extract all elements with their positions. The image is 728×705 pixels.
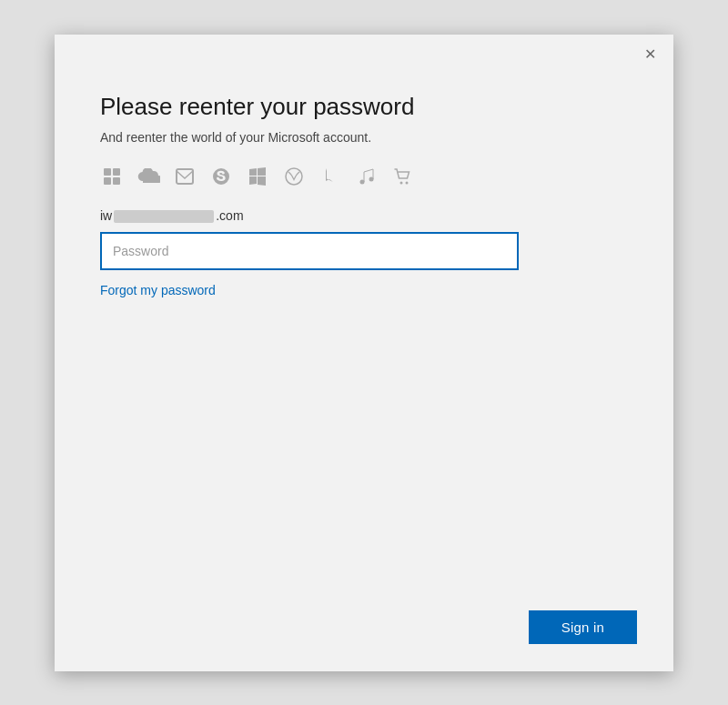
windows-icon	[246, 165, 269, 188]
forgot-password-link[interactable]: Forgot my password	[100, 283, 628, 297]
content-area: Please reenter your password And reenter…	[55, 75, 673, 592]
svg-rect-2	[104, 177, 111, 185]
svg-rect-0	[104, 168, 111, 176]
skype-icon	[209, 165, 233, 188]
close-button[interactable]: ✕	[637, 42, 662, 67]
title-bar: ✕	[55, 35, 673, 75]
subtitle-text: And reenter the world of your Microsoft …	[100, 130, 628, 145]
svg-marker-8	[258, 176, 266, 186]
bing-icon	[318, 165, 342, 188]
svg-marker-7	[249, 176, 257, 185]
xbox-icon	[282, 165, 306, 188]
page-title: Please reenter your password	[100, 93, 628, 121]
svg-rect-4	[177, 169, 193, 184]
email-prefix: iw	[100, 208, 112, 223]
svg-marker-5	[249, 168, 257, 176]
svg-rect-1	[113, 168, 120, 176]
password-input[interactable]	[100, 232, 519, 270]
cart-icon	[391, 165, 415, 188]
svg-marker-6	[258, 167, 266, 176]
outlook-icon	[173, 165, 197, 188]
footer-area: Sign in	[55, 592, 673, 671]
groove-icon	[355, 165, 379, 188]
svg-point-13	[406, 181, 409, 184]
svg-point-9	[286, 168, 302, 185]
email-display: iw.com	[100, 208, 628, 223]
product-icons-row	[100, 165, 628, 188]
main-window: ✕ Please reenter your password And reent…	[55, 35, 673, 671]
email-redacted	[114, 210, 214, 223]
svg-rect-3	[113, 177, 120, 185]
email-suffix: .com	[216, 208, 243, 223]
sign-in-button[interactable]: Sign in	[529, 610, 637, 644]
office-icon	[100, 165, 124, 188]
svg-point-11	[369, 176, 374, 181]
svg-point-12	[400, 181, 403, 184]
onedrive-icon	[136, 165, 160, 188]
svg-point-10	[360, 179, 365, 184]
